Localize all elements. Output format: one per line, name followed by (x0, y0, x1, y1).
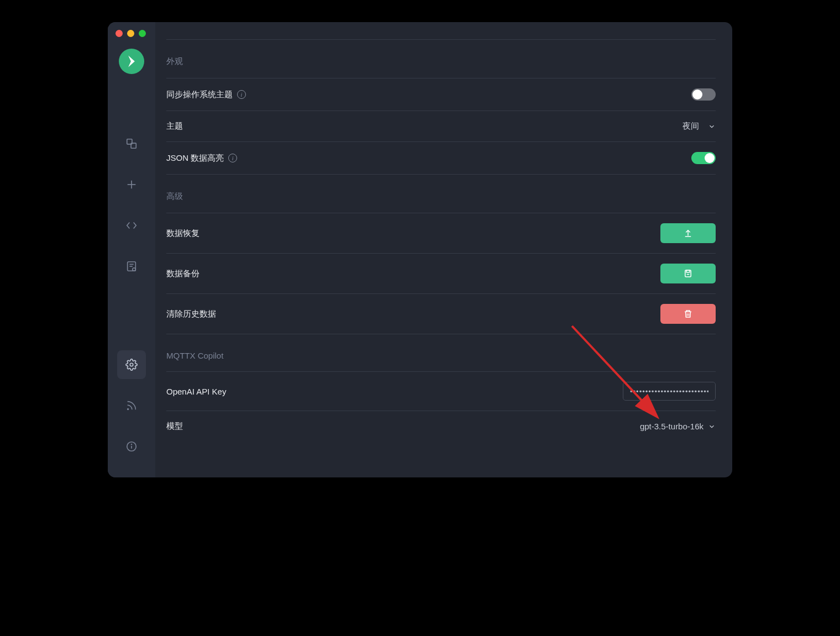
setting-label-text: 主题 (166, 121, 183, 132)
section-header-copilot: MQTTX Copilot (166, 334, 716, 371)
svg-point-7 (133, 268, 136, 271)
setting-row-clear-history: 清除历史数据 (166, 293, 716, 334)
clear-history-button[interactable] (660, 304, 716, 324)
svg-rect-16 (686, 270, 690, 272)
model-select[interactable]: gpt-3.5-turbo-16k (640, 422, 716, 431)
setting-label-text: 模型 (166, 421, 183, 432)
maximize-window-button[interactable] (139, 30, 146, 37)
setting-row-data-restore: 数据恢复 (166, 213, 716, 253)
sidebar-nav (117, 129, 146, 350)
sidebar-item-about[interactable] (117, 432, 146, 461)
sidebar-bottom (117, 350, 146, 477)
section-header-advanced: 高级 (166, 175, 716, 213)
setting-row-api-key: OpenAI API Key (166, 371, 716, 411)
window-controls (116, 30, 146, 37)
setting-row-theme: 主题 夜间 (166, 111, 716, 141)
setting-label: 数据恢复 (166, 228, 200, 239)
setting-label: 清除历史数据 (166, 309, 216, 319)
select-value-text: 夜间 (683, 121, 699, 132)
data-restore-button[interactable] (660, 223, 716, 243)
sidebar (108, 22, 155, 477)
toggle-json-highlight[interactable] (691, 152, 716, 164)
setting-label-text: 数据恢复 (166, 228, 200, 239)
api-key-input[interactable] (623, 382, 716, 401)
setting-label: JSON 数据高亮 i (166, 153, 237, 164)
setting-label-text: OpenAI API Key (166, 387, 226, 396)
info-icon[interactable]: i (237, 90, 246, 99)
section-header-appearance: 外观 (166, 40, 716, 78)
toggle-knob (705, 153, 715, 163)
svg-point-12 (132, 444, 132, 445)
setting-label: 主题 (166, 121, 183, 132)
chevron-down-icon (708, 423, 716, 430)
setting-label-text: 清除历史数据 (166, 309, 216, 319)
data-backup-button[interactable] (660, 264, 716, 283)
setting-row-model: 模型 gpt-3.5-turbo-16k (166, 411, 716, 447)
info-icon[interactable]: i (228, 154, 237, 162)
close-window-button[interactable] (116, 30, 123, 37)
setting-row-sync-theme: 同步操作系统主题 i (166, 78, 716, 111)
save-icon (683, 269, 693, 278)
setting-label: 模型 (166, 421, 183, 432)
app-window: 外观 同步操作系统主题 i 主题 夜间 JSON 数据高亮 i (108, 22, 732, 477)
setting-label-text: 数据备份 (166, 269, 200, 279)
sidebar-item-log[interactable] (117, 252, 146, 281)
setting-label: 数据备份 (166, 269, 200, 279)
setting-row-json-highlight: JSON 数据高亮 i (166, 141, 716, 175)
trash-icon (683, 309, 693, 319)
toggle-knob (692, 90, 702, 99)
sidebar-item-feed[interactable] (117, 391, 146, 420)
setting-label: 同步操作系统主题 i (166, 90, 246, 100)
sidebar-item-scripts[interactable] (117, 211, 146, 240)
upload-icon (683, 228, 693, 238)
toggle-sync-theme[interactable] (691, 88, 716, 101)
select-value-text: gpt-3.5-turbo-16k (640, 422, 704, 431)
app-logo[interactable] (119, 49, 144, 74)
chevron-down-icon (708, 123, 716, 130)
minimize-window-button[interactable] (127, 30, 134, 37)
setting-label-text: JSON 数据高亮 (166, 153, 224, 164)
setting-label-text: 同步操作系统主题 (166, 90, 233, 100)
theme-select[interactable]: 夜间 (683, 121, 716, 132)
sidebar-item-settings[interactable] (117, 350, 146, 379)
settings-content: 外观 同步操作系统主题 i 主题 夜间 JSON 数据高亮 i (155, 22, 732, 477)
divider (166, 33, 716, 40)
sidebar-item-connections[interactable] (117, 129, 146, 158)
svg-point-9 (128, 409, 129, 410)
svg-point-8 (130, 363, 133, 366)
sidebar-item-new[interactable] (117, 170, 146, 199)
setting-row-data-backup: 数据备份 (166, 253, 716, 293)
setting-label: OpenAI API Key (166, 387, 226, 396)
